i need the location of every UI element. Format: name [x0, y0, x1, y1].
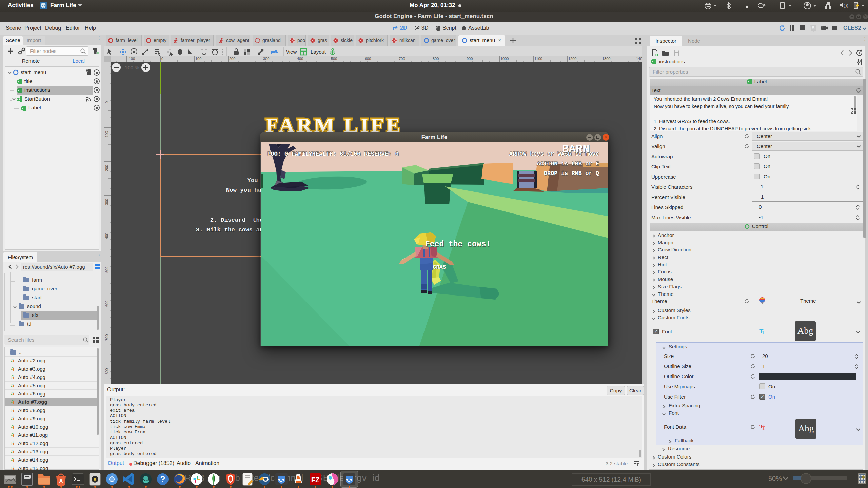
- svg-text:T: T: [762, 330, 765, 336]
- svg-text:T: T: [762, 426, 765, 431]
